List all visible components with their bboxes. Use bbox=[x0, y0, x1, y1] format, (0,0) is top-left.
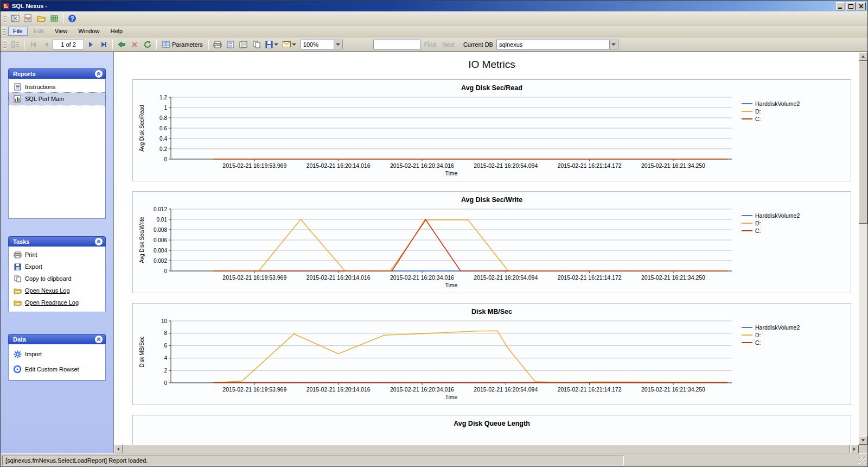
data-item-import[interactable]: Import bbox=[9, 346, 105, 362]
current-db-select[interactable]: sqlnexus bbox=[496, 40, 618, 49]
toolbar-grip[interactable] bbox=[4, 14, 6, 23]
task-label: Copy to clipboard bbox=[25, 275, 72, 282]
help-icon[interactable]: ? bbox=[66, 12, 79, 24]
folder-icon bbox=[13, 286, 22, 295]
task-export[interactable]: Export bbox=[9, 261, 105, 273]
parameters-label: Parameters bbox=[172, 41, 203, 48]
svg-text:0.4: 0.4 bbox=[159, 136, 167, 142]
print-layout-icon[interactable] bbox=[224, 39, 237, 51]
tasks-panel-header[interactable]: Tasks bbox=[8, 236, 106, 247]
svg-text:2015-02-21 16:21:34.250: 2015-02-21 16:21:34.250 bbox=[641, 274, 705, 281]
menu-help[interactable]: Help bbox=[105, 27, 127, 36]
stop-button[interactable] bbox=[128, 39, 141, 51]
content: Reports Instructions bbox=[1, 52, 867, 453]
minimize-button[interactable] bbox=[836, 2, 845, 10]
page-setup-icon[interactable] bbox=[237, 39, 250, 51]
chart-legend: HarddiskVolume2D:C: bbox=[742, 324, 800, 346]
menu-window[interactable]: Window bbox=[73, 27, 104, 36]
reports-panel: Reports Instructions bbox=[8, 68, 106, 219]
import-gear-icon bbox=[13, 350, 22, 358]
task-open-nexus-log[interactable]: Open Nexus Log bbox=[9, 285, 105, 296]
page-indicator-input[interactable] bbox=[53, 40, 84, 49]
data-item-label: Import bbox=[25, 351, 42, 357]
reports-panel-header[interactable]: Reports bbox=[8, 68, 106, 79]
task-print[interactable]: Print bbox=[9, 249, 105, 261]
data-panel-header[interactable]: Data bbox=[8, 334, 106, 344]
maximize-button[interactable] bbox=[846, 2, 856, 10]
scroll-up-icon[interactable] bbox=[859, 52, 867, 61]
mail-export-button[interactable] bbox=[280, 39, 298, 51]
chart-body: 02468102015-02-21 16:19:53.9692015-02-21… bbox=[137, 315, 846, 401]
print-icon[interactable] bbox=[211, 39, 224, 51]
vertical-scroll-thumb[interactable] bbox=[859, 61, 867, 224]
task-open-readrace-log[interactable]: Open Readrace Log bbox=[9, 296, 105, 308]
last-page-button[interactable] bbox=[97, 39, 110, 51]
svg-text:0.004: 0.004 bbox=[154, 248, 167, 254]
legend-item: HarddiskVolume2 bbox=[742, 100, 800, 107]
menu-view[interactable]: View bbox=[50, 27, 73, 36]
open-folder-icon[interactable] bbox=[35, 12, 48, 24]
data-item-edit-custom-rowset[interactable]: Edit Custom Rowset bbox=[9, 362, 105, 377]
scroll-down-icon[interactable] bbox=[859, 436, 867, 445]
save-export-button[interactable] bbox=[263, 39, 280, 51]
menubar-grip[interactable] bbox=[3, 27, 5, 36]
svg-text:8: 8 bbox=[164, 330, 167, 336]
menu-edit[interactable]: Edit bbox=[29, 27, 49, 36]
chart-title: Avg Disk Queue Length bbox=[137, 420, 846, 427]
collapse-chevron-icon[interactable] bbox=[95, 70, 103, 78]
find-input[interactable] bbox=[373, 40, 421, 49]
chart-panel: Disk MB/Sec 02468102015-02-21 16:19:53.9… bbox=[132, 303, 851, 405]
layout-panes-icon[interactable] bbox=[9, 12, 22, 24]
report-toolbar: Parameters 100% Find Next Cur bbox=[1, 37, 867, 52]
svg-text:0: 0 bbox=[164, 380, 167, 386]
copy-icon[interactable] bbox=[250, 39, 263, 51]
reports-panel-title: Reports bbox=[13, 71, 36, 77]
next-page-button[interactable] bbox=[84, 39, 97, 51]
sql-connection-icon[interactable]: SQL bbox=[22, 12, 35, 24]
parameters-button[interactable]: Parameters bbox=[159, 39, 206, 51]
import-trace-icon[interactable] bbox=[48, 12, 61, 24]
svg-text:0.008: 0.008 bbox=[154, 227, 167, 233]
horizontal-scroll-thumb[interactable] bbox=[123, 445, 850, 453]
titlebar: SQL Nexus - bbox=[1, 1, 867, 11]
collapse-chevron-icon[interactable] bbox=[95, 336, 103, 343]
task-copy-to-clipboard[interactable]: Copy to clipboard bbox=[9, 273, 105, 285]
first-page-button[interactable] bbox=[27, 39, 40, 51]
save-dropdown-icon[interactable] bbox=[274, 43, 278, 46]
find-next-button[interactable]: Next bbox=[439, 40, 458, 49]
data-panel-body: Import Edit Custom Rowset bbox=[8, 344, 106, 381]
sidebar-item-sql-perf-main[interactable]: SQL Perf Main bbox=[9, 93, 105, 105]
collapse-chevron-icon[interactable] bbox=[95, 238, 103, 245]
window-title: SQL Nexus - bbox=[12, 3, 835, 9]
chart-title: Disk MB/Sec bbox=[137, 308, 846, 315]
back-to-parent-button[interactable] bbox=[115, 39, 128, 51]
chart-legend: HarddiskVolume2D:C: bbox=[742, 212, 800, 234]
svg-text:2015-02-21 16:20:14.016: 2015-02-21 16:20:14.016 bbox=[307, 274, 371, 281]
mail-dropdown-icon[interactable] bbox=[292, 43, 296, 46]
app-toolbar: SQL ? bbox=[1, 11, 867, 26]
zoom-dropdown-icon[interactable] bbox=[334, 40, 342, 49]
chart-plot: 00.0020.0040.0060.0080.010.0122015-02-21… bbox=[137, 204, 736, 289]
prev-page-button[interactable] bbox=[40, 39, 53, 51]
horizontal-scrollbar[interactable] bbox=[114, 445, 859, 453]
task-label: Open Nexus Log bbox=[25, 287, 70, 294]
scroll-left-icon[interactable] bbox=[114, 445, 123, 453]
close-button[interactable] bbox=[857, 2, 866, 10]
sidebar-item-instructions[interactable]: Instructions bbox=[9, 81, 105, 93]
svg-text:1: 1 bbox=[164, 105, 167, 111]
db-dropdown-icon[interactable] bbox=[609, 40, 618, 49]
refresh-button[interactable] bbox=[141, 39, 154, 51]
reportbar-grip[interactable] bbox=[4, 40, 6, 49]
scroll-right-icon[interactable] bbox=[850, 445, 859, 453]
vertical-scrollbar[interactable] bbox=[859, 52, 867, 445]
document-map-icon[interactable] bbox=[9, 39, 22, 51]
resize-grip[interactable] bbox=[859, 457, 866, 464]
menu-file[interactable]: File bbox=[8, 27, 28, 36]
legend-swatch bbox=[742, 327, 752, 328]
legend-item: C: bbox=[742, 116, 800, 122]
legend-label: C: bbox=[755, 228, 761, 234]
zoom-select[interactable]: 100% bbox=[301, 40, 343, 49]
svg-text:10: 10 bbox=[161, 318, 168, 324]
data-item-label: Edit Custom Rowset bbox=[25, 366, 79, 373]
find-button[interactable]: Find bbox=[421, 40, 439, 49]
